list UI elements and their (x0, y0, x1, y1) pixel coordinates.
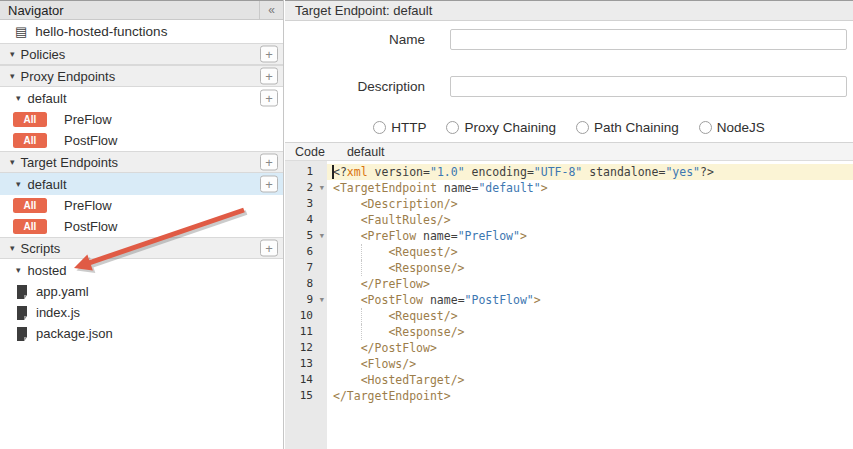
code-line[interactable]: 15</TargetEndpoint> (285, 388, 853, 404)
code-line[interactable]: 11 <Response/> (285, 324, 853, 340)
navigator-section-header[interactable]: ▾ Target Endpoints + (0, 151, 283, 173)
add-button[interactable]: + (260, 154, 278, 171)
code-line[interactable]: 13 <Flows/> (285, 356, 853, 372)
radio-option[interactable]: NodeJS (699, 120, 765, 135)
code-line[interactable]: 1<?xml version="1.0" encoding="UTF-8" st… (285, 164, 853, 180)
flow-item[interactable]: All PostFlow (0, 130, 283, 151)
navigator-node[interactable]: ▾ hosted (0, 259, 283, 281)
radio-option[interactable]: HTTP (373, 120, 426, 135)
code-line[interactable]: 7 <Response/> (285, 260, 853, 276)
line-number[interactable]: 11 (285, 324, 327, 340)
code-line[interactable]: 8 </PreFlow> (285, 276, 853, 292)
line-number[interactable]: 12 (285, 340, 327, 356)
line-number[interactable]: 4 (285, 212, 327, 228)
radio-label: Proxy Chaining (464, 120, 556, 135)
line-number[interactable]: 6 (285, 244, 327, 260)
chevron-down-icon[interactable]: ▾ (10, 244, 15, 253)
radio-circle-icon[interactable] (699, 121, 712, 134)
flow-item[interactable]: All PreFlow (0, 109, 283, 130)
navigator-title: Navigator (8, 3, 64, 18)
collapse-sidebar-button[interactable]: « (259, 1, 283, 19)
chevron-down-icon[interactable]: ▾ (16, 266, 21, 275)
all-condition-badge: All (13, 112, 47, 127)
navigator-proxy-root[interactable]: ▤ hello-hosted-functions (0, 20, 283, 43)
radio-circle-icon[interactable] (576, 121, 589, 134)
name-row: Name (285, 28, 853, 50)
navigator-section-header[interactable]: ▾ Proxy Endpoints + (0, 65, 283, 87)
node-label: default (28, 177, 67, 192)
line-number[interactable]: 3 (285, 196, 327, 212)
name-field-label: Name (285, 32, 425, 47)
section-label: Policies (21, 47, 66, 62)
code-line[interactable]: 14 <HostedTarget/> (285, 372, 853, 388)
chevron-down-icon[interactable]: ▾ (10, 158, 15, 167)
navigator-section-header[interactable]: ▾ Scripts + (0, 237, 283, 259)
apigee-proxy-editor: Navigator « ▤ hello-hosted-functions ▾ P… (0, 0, 853, 449)
fold-toggle-icon[interactable]: ▼ (320, 180, 324, 196)
code-line[interactable]: 12 </PostFlow> (285, 340, 853, 356)
flow-item[interactable]: All PostFlow (0, 216, 283, 237)
target-endpoint-header: Target Endpoint: default (285, 0, 853, 21)
bundle-icon: ▤ (15, 25, 27, 38)
all-condition-badge: All (13, 198, 47, 213)
chevron-down-icon[interactable]: ▾ (10, 50, 15, 59)
add-button[interactable]: + (260, 176, 278, 193)
file-icon (16, 285, 28, 299)
radio-circle-icon[interactable] (373, 121, 386, 134)
name-field[interactable] (450, 29, 847, 50)
radio-label: NodeJS (717, 120, 765, 135)
line-number[interactable]: 2▼ (285, 180, 327, 196)
code-panel-header: Code default (285, 142, 853, 161)
line-number[interactable]: 15 (285, 388, 327, 404)
line-number[interactable]: 5▼ (285, 228, 327, 244)
code-line[interactable]: 5▼ <PreFlow name="PreFlow"> (285, 228, 853, 244)
line-number[interactable]: 1 (285, 164, 327, 180)
code-line[interactable]: 10 <Request/> (285, 308, 853, 324)
file-item[interactable]: index.js (0, 302, 283, 323)
file-item[interactable]: app.yaml (0, 281, 283, 302)
code-line[interactable]: 6 <Request/> (285, 244, 853, 260)
add-button[interactable]: + (260, 90, 278, 107)
navigator-node[interactable]: ▾ default + (0, 173, 283, 195)
navigator-section-header[interactable]: ▾ Policies + (0, 43, 283, 65)
flow-label: PreFlow (64, 198, 112, 213)
description-field[interactable] (450, 76, 847, 97)
radio-circle-icon[interactable] (446, 121, 459, 134)
fold-toggle-icon[interactable]: ▼ (320, 292, 324, 308)
line-number[interactable]: 13 (285, 356, 327, 372)
xml-code-editor[interactable]: 1<?xml version="1.0" encoding="UTF-8" st… (285, 161, 853, 449)
add-button[interactable]: + (260, 68, 278, 85)
fold-toggle-icon[interactable]: ▼ (320, 228, 324, 244)
chevron-down-icon[interactable]: ▾ (16, 94, 21, 103)
text-cursor (332, 165, 334, 179)
radio-label: Path Chaining (594, 120, 679, 135)
radio-option[interactable]: Path Chaining (576, 120, 679, 135)
target-type-radio-group: HTTP Proxy Chaining Path Chaining NodeJS (285, 120, 853, 135)
indent-guide (361, 324, 362, 340)
description-row: Description (285, 75, 853, 97)
all-condition-badge: All (13, 133, 47, 148)
indent-guide (361, 260, 362, 276)
add-button[interactable]: + (260, 46, 278, 63)
chevron-down-icon[interactable]: ▾ (16, 180, 21, 189)
chevron-down-icon[interactable]: ▾ (10, 72, 15, 81)
description-field-label: Description (285, 79, 425, 94)
flow-item[interactable]: All PreFlow (0, 195, 283, 216)
line-number[interactable]: 9▼ (285, 292, 327, 308)
add-button[interactable]: + (260, 240, 278, 257)
line-number[interactable]: 8 (285, 276, 327, 292)
code-line[interactable]: 9▼ <PostFlow name="PostFlow"> (285, 292, 853, 308)
file-name-label: app.yaml (36, 284, 89, 299)
navigator-header: Navigator « (0, 0, 283, 20)
code-line[interactable]: 3 <Description/> (285, 196, 853, 212)
code-line[interactable]: 2▼<TargetEndpoint name="default"> (285, 180, 853, 196)
line-number[interactable]: 10 (285, 308, 327, 324)
node-label: hosted (28, 263, 67, 278)
file-item[interactable]: package.json (0, 323, 283, 344)
code-line[interactable]: 4 <FaultRules/> (285, 212, 853, 228)
line-number[interactable]: 14 (285, 372, 327, 388)
flow-label: PostFlow (64, 133, 117, 148)
line-number[interactable]: 7 (285, 260, 327, 276)
radio-option[interactable]: Proxy Chaining (446, 120, 556, 135)
navigator-node[interactable]: ▾ default + (0, 87, 283, 109)
